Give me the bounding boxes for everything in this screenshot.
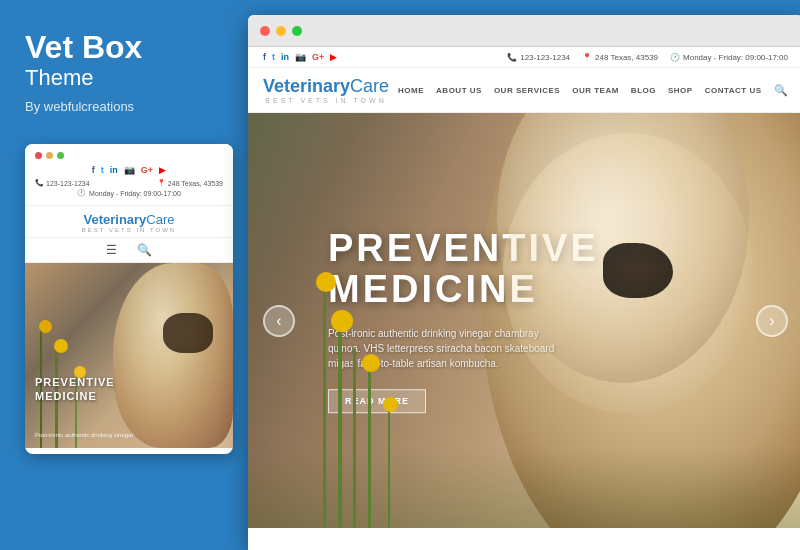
site-logo-container: VeterinaryCare BEST VETS IN TOWN [263, 76, 389, 104]
nav-blog[interactable]: BLOG [631, 86, 656, 95]
mobile-phone-info: 📞 123-123-1234 [35, 179, 90, 187]
mobile-mockup: f t in 📷 G+ ▶ 📞 123-123-1234 📍 248 Texas… [25, 144, 233, 454]
mobile-dot-yellow [46, 152, 53, 159]
carousel-prev-button[interactable]: ‹ [263, 305, 295, 337]
search-icon[interactable]: 🔍 [774, 84, 789, 97]
browser-dot-red [260, 26, 270, 36]
mobile-dots [35, 152, 223, 159]
clock-icon: 🕐 [670, 53, 680, 62]
mobile-menu-icon[interactable]: ☰ [106, 243, 117, 257]
location-icon: 📍 [582, 53, 592, 62]
phone-icon: 📞 [507, 53, 517, 62]
flower-1 [331, 310, 353, 332]
site-nav: VeterinaryCare BEST VETS IN TOWN HOME AB… [248, 68, 800, 113]
nav-contact[interactable]: CONTACT US [705, 86, 762, 95]
carousel-next-button[interactable]: › [756, 305, 788, 337]
left-panel: Vet Box Theme By webfulcreations f t in … [0, 0, 248, 550]
topbar-address: 📍 248 Texas, 43539 [582, 53, 658, 62]
brand-sub: Theme [25, 65, 223, 91]
yt-icon[interactable]: ▶ [330, 52, 337, 62]
mobile-dot-green [57, 152, 64, 159]
flower-4 [383, 397, 398, 412]
nav-services[interactable]: OUR SERVICES [494, 86, 560, 95]
mobile-social-bar: f t in 📷 G+ ▶ [35, 165, 223, 175]
flower-2 [362, 354, 380, 372]
stem-2 [368, 368, 371, 528]
browser-dot-yellow [276, 26, 286, 36]
mobile-twitter-icon: t [101, 165, 104, 175]
read-more-button[interactable]: READ MORE [328, 389, 426, 413]
flower-3 [316, 272, 336, 292]
fb-icon[interactable]: f [263, 52, 266, 62]
site-topbar: f t in 📷 G+ ▶ 📞 123-123-1234 📍 248 Texas… [248, 47, 800, 68]
nav-team[interactable]: OUR TEAM [572, 86, 619, 95]
nav-home[interactable]: HOME [398, 86, 424, 95]
site-logo[interactable]: VeterinaryCare [263, 76, 389, 97]
browser-dot-green [292, 26, 302, 36]
stem-5 [353, 348, 356, 528]
mobile-instagram-icon: 📷 [124, 165, 135, 175]
mobile-linkedin-icon: in [110, 165, 118, 175]
mobile-hero-text: PREVENTIVE MEDICINE [35, 375, 115, 404]
site-logo-tagline: BEST VETS IN TOWN [263, 97, 389, 104]
nav-shop[interactable]: SHOP [668, 86, 693, 95]
mobile-hero-title: PREVENTIVE MEDICINE [35, 375, 115, 404]
mobile-address-info: 📍 248 Texas, 43539 [157, 179, 223, 187]
mobile-gplus-icon: G+ [141, 165, 153, 175]
mobile-top-bar: f t in 📷 G+ ▶ 📞 123-123-1234 📍 248 Texas… [25, 144, 233, 206]
mobile-dot-red [35, 152, 42, 159]
mobile-tagline: BEST VETS IN TOWN [25, 227, 233, 233]
ground-foliage [248, 448, 800, 528]
mobile-youtube-icon: ▶ [159, 165, 166, 175]
topbar-info: 📞 123-123-1234 📍 248 Texas, 43539 🕐 Mond… [507, 53, 788, 62]
browser-chrome [248, 15, 800, 47]
mobile-hero-desc: Post-ironic authentic drinking vinegar [35, 432, 223, 438]
dog-nose-area [603, 243, 673, 298]
browser-mockup: f t in 📷 G+ ▶ 📞 123-123-1234 📍 248 Texas… [248, 15, 800, 550]
mobile-logo: VeterinaryCare [25, 212, 233, 227]
topbar-hours: 🕐 Monday - Friday: 09:00-17:00 [670, 53, 788, 62]
site-header: f t in 📷 G+ ▶ 📞 123-123-1234 📍 248 Texas… [248, 47, 800, 113]
mobile-search-icon[interactable]: 🔍 [137, 243, 152, 257]
stem-3 [323, 288, 326, 528]
by-line: By webfulcreations [25, 99, 223, 114]
nav-about[interactable]: ABOUT US [436, 86, 482, 95]
stem-1 [338, 328, 342, 528]
mobile-facebook-icon: f [92, 165, 95, 175]
mobile-hours: 🕐Monday - Friday: 09:00-17:00 [35, 189, 223, 197]
mobile-info-bar: 📞 123-123-1234 📍 248 Texas, 43539 [35, 179, 223, 187]
ig-icon[interactable]: 📷 [295, 52, 306, 62]
topbar-social: f t in 📷 G+ ▶ [263, 52, 337, 62]
topbar-phone: 📞 123-123-1234 [507, 53, 570, 62]
site-hero: PREVENTIVE MEDICINE Post-ironic authenti… [248, 113, 800, 528]
mobile-nav-bar: ☰ 🔍 [25, 238, 233, 263]
stem-4 [388, 408, 390, 528]
brand-title: Vet Box [25, 30, 223, 65]
li-icon[interactable]: in [281, 52, 289, 62]
gp-icon[interactable]: G+ [312, 52, 324, 62]
tw-icon[interactable]: t [272, 52, 275, 62]
mobile-logo-area: VeterinaryCare BEST VETS IN TOWN [25, 206, 233, 238]
mobile-hero-bg [25, 263, 233, 448]
mobile-hero: PREVENTIVE MEDICINE Post-ironic authenti… [25, 263, 233, 448]
nav-links: HOME ABOUT US OUR SERVICES OUR TEAM BLOG… [398, 84, 788, 97]
